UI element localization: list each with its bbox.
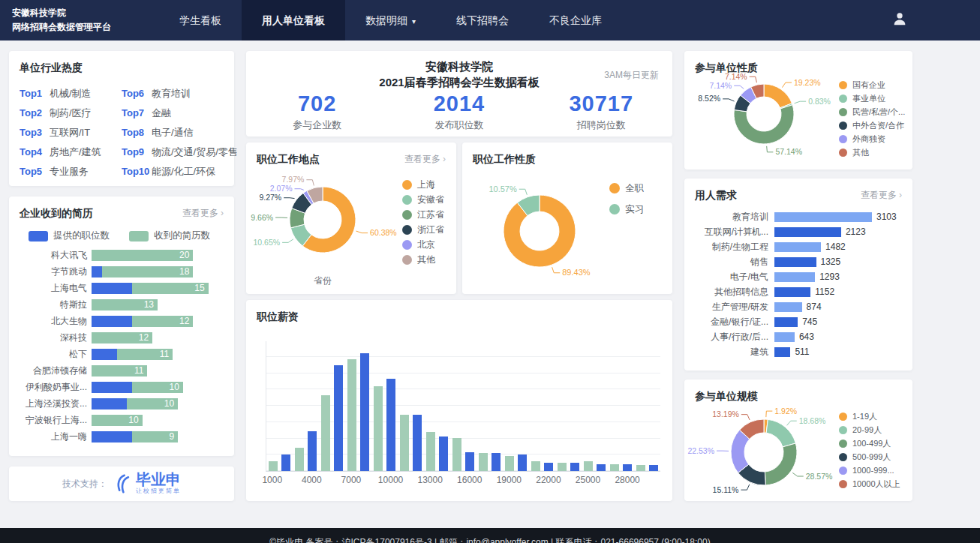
percentage-label: 18.68% xyxy=(799,416,826,425)
x-axis-slot xyxy=(649,475,658,487)
legend-label: 北京 xyxy=(417,238,435,251)
demand-bar xyxy=(774,347,790,357)
percentage-label: 7.14% xyxy=(709,81,732,90)
demand-bar-row: 人事/行政/后...643 xyxy=(684,329,912,344)
percentage-label: 7.14% xyxy=(725,72,747,81)
salary-bar xyxy=(295,448,304,471)
salary-bar xyxy=(386,379,395,471)
legend-item[interactable]: 其他 xyxy=(402,252,444,267)
legend-dot xyxy=(402,180,412,190)
salary-bar xyxy=(452,438,461,471)
label-leader-line xyxy=(282,239,293,242)
legend-item[interactable]: 安徽省 xyxy=(402,192,444,207)
nav-tab-data-detail[interactable]: 数据明细▾ xyxy=(345,0,436,40)
nav-tab-offline-job-fair[interactable]: 线下招聘会 xyxy=(436,0,529,40)
legend-item[interactable]: 100-499人 xyxy=(839,436,900,450)
legend-dot xyxy=(839,135,847,143)
industry-rank-label: Top8 xyxy=(122,123,152,142)
left-column: 单位行业热度 Top1机械/制造Top2制药/医疗Top3互联网/ITTop4房… xyxy=(9,51,234,514)
demand-bar-row: 制药/生物工程1482 xyxy=(684,239,912,254)
value-label: 1293 xyxy=(815,272,840,282)
nav-tab-label: 数据明细 xyxy=(365,14,407,26)
label-leader-line xyxy=(782,82,792,88)
legend-item[interactable]: 中外合资/合作 xyxy=(839,118,905,132)
resume-bar-row: 深科技12 xyxy=(9,329,234,346)
legend-item[interactable]: 民营/私营/个... xyxy=(839,105,905,118)
received-resumes-bar: 13 xyxy=(92,299,158,310)
nav-tab-student-board[interactable]: 学生看板 xyxy=(159,0,242,40)
x-axis-slot: 13000 xyxy=(425,475,434,487)
industry-rank-item: Top10能源/化工/环保 xyxy=(122,162,238,182)
x-axis-slot xyxy=(399,475,408,487)
legend-dot xyxy=(609,183,620,194)
label-leader-line xyxy=(295,189,304,190)
legend-item[interactable]: 北京 xyxy=(402,237,444,252)
app-logo[interactable]: 安徽科技学院 网络招聘会数据管理平台 xyxy=(0,0,159,40)
legend-item[interactable]: 500-999人 xyxy=(839,450,900,464)
donut-slice xyxy=(765,443,797,485)
industry-rank-label: Top1 xyxy=(20,84,50,104)
see-more-link[interactable]: 查看更多› xyxy=(182,207,224,220)
salary-bar xyxy=(649,465,658,471)
stacked-bar: 12 xyxy=(92,316,224,327)
legend-item[interactable]: 提供的职位数 xyxy=(29,230,110,242)
x-axis-slot: 4000 xyxy=(307,475,316,487)
value-label: 511 xyxy=(790,346,809,357)
company-name: 字节跳动 xyxy=(9,266,92,278)
legend-item[interactable]: 浙江省 xyxy=(402,222,444,237)
legend-item[interactable]: 1-19人 xyxy=(839,410,900,423)
card-industry-heat: 单位行业热度 Top1机械/制造Top2制药/医疗Top3互联网/ITTop4房… xyxy=(9,51,234,186)
legend-item[interactable]: 10000人以上 xyxy=(839,477,900,490)
legend-item[interactable]: 江苏省 xyxy=(402,207,444,222)
legend-item[interactable]: 收到的简历数 xyxy=(129,230,210,242)
legend-item[interactable]: 全职 xyxy=(609,178,644,199)
legend-label: 中外合资/合作 xyxy=(852,120,904,131)
label-leader-line xyxy=(734,86,744,88)
legend-item[interactable]: 事业单位 xyxy=(839,92,905,105)
salary-bar xyxy=(479,453,488,471)
industry-rank-item: Top1机械/制造 xyxy=(20,84,122,104)
salary-bar xyxy=(374,386,383,471)
provided-positions-bar xyxy=(92,266,102,278)
see-more-link[interactable]: 查看更多› xyxy=(861,189,902,202)
legend-item[interactable]: 国有企业 xyxy=(839,78,905,92)
label-leader-line xyxy=(741,415,750,420)
salary-bar xyxy=(400,415,409,471)
industry-rank-item: Top9物流/交通/贸易/零售 xyxy=(122,142,238,162)
legend-item[interactable]: 其他 xyxy=(839,146,905,159)
category-label: 制药/生物工程 xyxy=(689,241,774,254)
nav-tab-employer-board[interactable]: 用人单位看板 xyxy=(242,0,345,40)
demand-bar xyxy=(774,242,821,252)
legend-item[interactable]: 上海 xyxy=(402,177,444,192)
received-resumes-bar: 12 xyxy=(92,332,152,344)
resume-bar-row: 特斯拉13 xyxy=(9,296,234,313)
nav-tab-label: 用人单位看板 xyxy=(262,14,325,26)
user-avatar-button[interactable] xyxy=(891,10,908,30)
byshen-logo[interactable]: 毕业申 让校招更简单 xyxy=(113,472,181,495)
card-hiring-demand: 用人需求 查看更多› 教育培训3103互联网/计算机...2123制药/生物工程… xyxy=(684,178,912,370)
provided-positions-bar xyxy=(92,349,117,360)
nav-tab-label: 学生看板 xyxy=(179,14,221,26)
legend-item[interactable]: 20-99人 xyxy=(839,423,900,436)
industry-name: 能源/化工/环保 xyxy=(152,166,215,177)
x-tick-label: 7000 xyxy=(341,475,362,485)
x-axis-slot xyxy=(518,475,527,487)
resume-bar-row: 字节跳动18 xyxy=(9,263,234,280)
legend-label: 1-19人 xyxy=(852,411,877,422)
legend-dot xyxy=(402,210,412,220)
category-label: 电子/电气 xyxy=(689,271,774,284)
card-overview-stats: 3AM每日更新 安徽科技学院 2021届春季招聘会学生数据看板 702 参与企业… xyxy=(246,51,672,136)
legend-dot xyxy=(839,148,847,157)
legend-item[interactable]: 外商独资 xyxy=(839,132,905,146)
legend-item[interactable]: 实习 xyxy=(609,199,644,220)
demand-bar-row: 互联网/计算机...2123 xyxy=(684,224,912,239)
resume-bar-row: 上海电气15 xyxy=(9,280,234,296)
received-resumes-bar: 18 xyxy=(102,266,194,278)
value-label: 1325 xyxy=(816,256,841,267)
demand-bar xyxy=(774,272,815,282)
demand-bar xyxy=(774,302,802,312)
legend-item[interactable]: 1000-999... xyxy=(839,464,900,477)
resume-bar-row: 上海一嗨9 xyxy=(9,428,234,445)
nav-tab-bad-company-db[interactable]: 不良企业库 xyxy=(529,0,622,40)
salary-bar xyxy=(492,453,501,471)
